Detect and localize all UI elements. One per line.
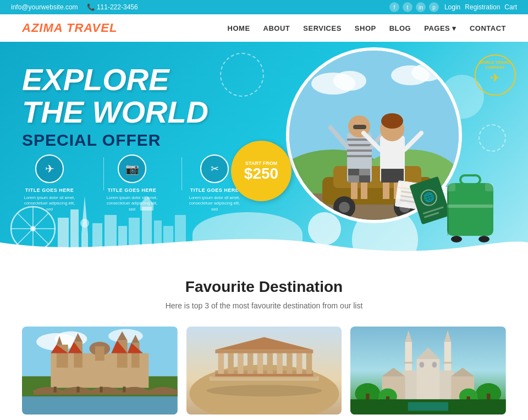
svg-point-11 xyxy=(339,202,350,213)
svg-rect-145 xyxy=(408,402,448,411)
feature-divider-1 xyxy=(103,157,104,190)
svg-rect-100 xyxy=(123,386,125,392)
svg-rect-118 xyxy=(296,352,302,374)
nav-pages[interactable]: PAGES ▾ xyxy=(424,24,457,32)
flights-icon: ✈ xyxy=(35,154,64,183)
dest-card-athens[interactable] xyxy=(186,327,342,415)
svg-point-42 xyxy=(479,236,490,242)
svg-point-2 xyxy=(333,71,366,91)
camera-icon: 📷 xyxy=(118,154,146,183)
linkedin-icon[interactable]: in xyxy=(416,2,426,12)
cart-link[interactable]: Cart xyxy=(504,3,517,11)
svg-rect-120 xyxy=(215,350,313,353)
dest-card-athens-inner xyxy=(186,327,342,415)
svg-rect-83 xyxy=(22,394,178,415)
destination-subtitle: Here is top 3 of the most favourite dest… xyxy=(22,301,506,310)
svg-point-123 xyxy=(206,385,321,396)
feature-1-title: TITLE GOES HERE xyxy=(25,187,74,193)
price-badge: START FROM $250 xyxy=(231,141,292,201)
nav-services[interactable]: SERVICES xyxy=(303,24,342,32)
feature-3-desc: Lorem ipsum dolor sit amet, consectetuer… xyxy=(187,195,242,213)
price-amount: $250 xyxy=(244,166,278,181)
svg-rect-16 xyxy=(347,144,372,146)
destination-section: Favourite Destination Here is top 3 of t… xyxy=(0,256,528,420)
dest-card-prague[interactable] xyxy=(22,327,178,415)
svg-rect-117 xyxy=(287,352,292,374)
svg-rect-116 xyxy=(277,352,282,374)
svg-rect-115 xyxy=(267,352,272,374)
email-text: info@yourwebsite.com xyxy=(11,3,78,11)
top-bar-left: info@yourwebsite.com 📞 111-222-3456 xyxy=(11,3,138,11)
svg-rect-149 xyxy=(432,362,437,367)
feature-divider-2 xyxy=(182,157,182,190)
facebook-icon[interactable]: f xyxy=(389,2,399,12)
svg-rect-111 xyxy=(228,352,233,374)
svg-rect-148 xyxy=(420,362,424,367)
phone-text: 📞 111-222-3456 xyxy=(87,3,138,11)
feature-photography: 📷 TITLE GOES HERE Lorem ipsum dolor sit … xyxy=(105,154,160,213)
dest-card-islamabad[interactable] xyxy=(350,327,506,415)
svg-rect-18 xyxy=(347,155,372,157)
prague-illustration xyxy=(22,327,178,415)
nav-home[interactable]: HOME xyxy=(228,24,250,32)
svg-rect-22 xyxy=(353,125,366,129)
svg-rect-113 xyxy=(248,352,253,374)
hero-section: World Travel Company ✈ EXPLORE THE WORLD… xyxy=(0,42,528,256)
svg-rect-34 xyxy=(361,183,367,199)
feature-1-desc: Lorem ipsum dolor sit amet, consectetuer… xyxy=(22,195,77,213)
hero-features: ✈ TITLE GOES HERE Lorem ipsum dolor sit … xyxy=(22,154,242,213)
svg-rect-30 xyxy=(348,175,359,183)
svg-rect-39 xyxy=(447,205,493,208)
svg-rect-114 xyxy=(257,352,262,374)
svg-rect-99 xyxy=(100,386,102,392)
nav-contact[interactable]: CONTACT xyxy=(470,24,506,32)
svg-rect-31 xyxy=(359,175,370,183)
svg-rect-44 xyxy=(485,183,493,191)
twitter-icon[interactable]: t xyxy=(403,2,413,12)
svg-rect-146 xyxy=(404,362,414,363)
nav-shop[interactable]: SHOP xyxy=(355,24,376,32)
svg-rect-37 xyxy=(460,175,480,184)
dest-card-prague-inner xyxy=(22,327,178,415)
feature-2-title: TITLE GOES HERE xyxy=(108,187,157,193)
plane-icon: ✈ xyxy=(490,71,500,85)
feature-flights: ✈ TITLE GOES HERE Lorem ipsum dolor sit … xyxy=(22,154,77,213)
svg-rect-33 xyxy=(351,183,358,199)
nav-links: HOME ABOUT SERVICES SHOP BLOG PAGES ▾ CO… xyxy=(228,24,506,32)
svg-rect-97 xyxy=(54,386,57,392)
svg-rect-110 xyxy=(218,352,223,374)
login-link[interactable]: Login xyxy=(444,3,460,11)
svg-rect-122 xyxy=(215,374,313,376)
main-nav: AZIMA TRAVEL HOME ABOUT SERVICES SHOP BL… xyxy=(0,14,528,42)
athens-illustration xyxy=(186,327,342,415)
nav-blog[interactable]: BLOG xyxy=(389,24,411,32)
svg-point-41 xyxy=(451,236,462,242)
nav-about[interactable]: ABOUT xyxy=(263,24,290,32)
registration-link[interactable]: Registration xyxy=(465,3,500,11)
dest-card-islamabad-inner xyxy=(350,327,506,415)
feature-3-title: TITLE GOES HERE xyxy=(190,187,239,193)
top-bar-right: f t in p Login Registration Cart xyxy=(389,2,517,12)
svg-rect-147 xyxy=(443,362,453,363)
pinterest-icon[interactable]: p xyxy=(429,2,439,12)
phone-icon: 📞 xyxy=(87,3,95,11)
svg-rect-95 xyxy=(95,346,105,361)
feature-2-desc: Lorem ipsum dolor sit amet, consectetuer… xyxy=(105,195,160,213)
svg-rect-43 xyxy=(447,183,455,191)
destination-title: Favourite Destination xyxy=(22,278,506,296)
social-icons: f t in p xyxy=(389,2,439,12)
svg-point-25 xyxy=(381,113,403,129)
svg-rect-119 xyxy=(306,352,311,374)
islamabad-illustration xyxy=(350,327,506,415)
top-bar: info@yourwebsite.com 📞 111-222-3456 f t … xyxy=(0,0,528,14)
wtc-badge: World Travel Company ✈ xyxy=(473,53,517,97)
luggage-container xyxy=(443,174,498,245)
svg-rect-98 xyxy=(76,386,79,392)
luggage-svg xyxy=(443,174,498,243)
destination-cards xyxy=(22,327,506,415)
svg-rect-112 xyxy=(238,352,243,374)
logo: AZIMA TRAVEL xyxy=(22,21,117,35)
svg-point-4 xyxy=(411,64,442,81)
scissors-icon: ✂ xyxy=(200,154,229,183)
auth-links: Login Registration Cart xyxy=(444,3,517,11)
